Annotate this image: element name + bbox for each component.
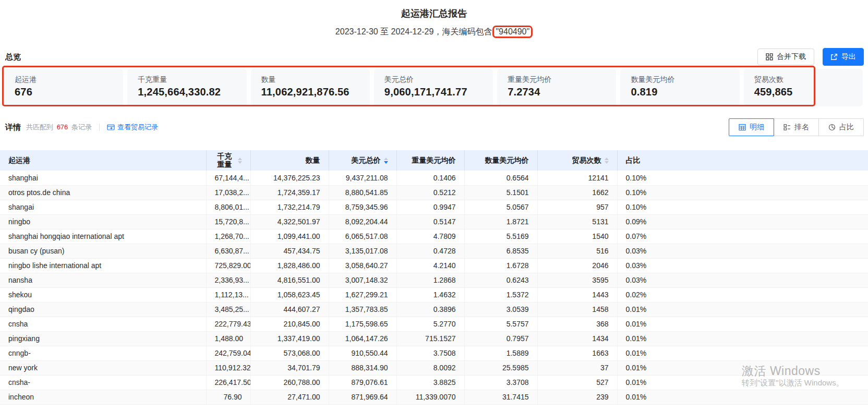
header-weight_kg-inner: 千克重量 <box>207 152 250 168</box>
cell-usd_total: 6,065,517.08 <box>329 229 396 244</box>
detail-table: 起运港千克重量数量美元总价重量美元均价数量美元均价贸易次数占比 shanghai… <box>0 150 868 405</box>
summary-card: 千克重量1,245,664,330.82 <box>127 69 246 106</box>
cell-usd_total: 888,314.90 <box>329 360 396 375</box>
cell-quantity: 260,788.00 <box>250 375 329 390</box>
cell-port: pingxiang <box>0 331 206 346</box>
tab-rank[interactable]: 排名 <box>774 118 819 136</box>
sort-caret-down-icon <box>605 161 609 164</box>
cell-weight_kg: 242,759.04 <box>206 346 250 360</box>
cell-weight_kg: 725,829.00 <box>206 258 250 273</box>
table-row: shangai8,806,01...1,732,214.798,759,345.… <box>0 200 868 214</box>
cell-port: shanghai <box>0 171 206 185</box>
cell-trade_count: 1458 <box>537 302 617 317</box>
merge-cells-icon <box>766 53 773 61</box>
summary-card: 起运港676 <box>4 69 123 106</box>
cell-port: cnsha <box>0 317 206 331</box>
summary-card-value: 9,060,171,741.77 <box>384 86 483 98</box>
table-body: shanghai67,144,4...14,376,225.239,437,21… <box>0 171 868 404</box>
export-button[interactable]: 导出 <box>823 48 864 66</box>
header-usd_total[interactable]: 美元总价 <box>329 150 396 171</box>
cell-trade_count: 2046 <box>537 258 617 273</box>
summary-card-label: 贸易次数 <box>754 75 852 84</box>
cell-trade_count: 516 <box>537 244 617 258</box>
tab-share[interactable]: 占比 <box>818 118 864 136</box>
header-trade_count-label: 贸易次数 <box>572 156 601 165</box>
cell-avg_usd_per_qty: 31.7415 <box>464 390 537 404</box>
cell-weight_kg: 226,417.50 <box>206 375 250 390</box>
cell-trade_count: 239 <box>537 390 617 404</box>
cell-avg_usd_per_qty: 6.8535 <box>464 244 537 258</box>
cell-usd_total: 910,550.44 <box>329 346 396 360</box>
header-share-label: 占比 <box>626 156 641 165</box>
header-usd_total-inner: 美元总价 <box>329 156 396 165</box>
cell-usd_total: 9,437,211.08 <box>329 171 396 185</box>
cell-avg_usd_per_qty: 0.7957 <box>464 331 537 346</box>
header-avg_usd_per_qty-inner: 数量美元均价 <box>465 156 537 165</box>
matched-suffix: 条记录 <box>71 123 92 131</box>
cell-port: incheon <box>0 390 206 404</box>
windows-activation-watermark-line2: 转到"设置"以激活 Windows。 <box>742 378 844 388</box>
cell-quantity: 210,845.00 <box>250 317 329 331</box>
summary-card: 数量美元均价0.819 <box>620 69 739 106</box>
cell-avg_usd_per_weight: 0.9947 <box>396 200 464 214</box>
windows-activation-watermark-line1: 激活 Windows <box>742 363 821 379</box>
tab-rank-label: 排名 <box>794 123 809 132</box>
header-share: 占比 <box>617 150 868 171</box>
cell-trade_count: 1540 <box>537 229 617 244</box>
summary-card: 重量美元均价7.2734 <box>497 69 616 106</box>
header-quantity-inner: 数量 <box>251 156 329 165</box>
cell-avg_usd_per_weight: 4.7809 <box>396 229 464 244</box>
merge-download-button[interactable]: 合并下载 <box>757 49 814 65</box>
cell-share: 0.03% <box>617 273 868 287</box>
cell-trade_count: 527 <box>537 375 617 390</box>
cell-weight_kg: 76.90 <box>206 390 250 404</box>
summary-card-label: 美元总价 <box>384 75 483 84</box>
summary-card-label: 千克重量 <box>138 75 236 84</box>
summary-card-label: 重量美元均价 <box>508 75 606 84</box>
cell-quantity: 4,322,501.97 <box>250 214 329 229</box>
view-trade-records-label: 查看贸易记录 <box>117 123 158 132</box>
cell-avg_usd_per_weight: 715.1527 <box>396 331 464 346</box>
cell-port: ningbo lishe international apt <box>0 258 206 273</box>
cell-share: 0.03% <box>617 258 868 273</box>
table-row: qingdao3,485,25...444,607.271,357,783.85… <box>0 302 868 317</box>
annotation-box-hscode: "940490" <box>492 26 533 38</box>
header-weight_kg[interactable]: 千克重量 <box>206 150 250 171</box>
cell-trade_count: 1662 <box>537 185 617 200</box>
cell-avg_usd_per_weight: 0.5212 <box>396 185 464 200</box>
table-row: otros ptos.de china17,038,2...1,724,359.… <box>0 185 868 200</box>
cell-avg_usd_per_qty: 5.1501 <box>464 185 537 200</box>
merge-download-label: 合并下载 <box>777 52 806 62</box>
table-row: cnngb-242,759.04573,068.00910,550.443.75… <box>0 346 868 360</box>
cell-weight_kg: 3,485,25... <box>206 302 250 317</box>
cell-avg_usd_per_qty: 0.6243 <box>464 273 537 287</box>
cell-usd_total: 8,880,541.85 <box>329 185 396 200</box>
header-avg_usd_per_weight-inner: 重量美元均价 <box>397 156 464 165</box>
tab-detail[interactable]: 明细 <box>729 118 774 136</box>
cell-avg_usd_per_qty: 1.8721 <box>464 214 537 229</box>
summary-card: 数量11,062,921,876.56 <box>251 69 370 106</box>
cell-avg_usd_per_weight: 0.1406 <box>396 171 464 185</box>
overview-bar: 总览 合并下载 导出 <box>5 48 864 66</box>
cell-avg_usd_per_qty: 5.5757 <box>464 317 537 331</box>
summary-card-value: 1,245,664,330.82 <box>138 86 236 98</box>
table-row: ningbo15,720,8...4,322,501.978,092,204.4… <box>0 214 868 229</box>
cell-avg_usd_per_weight: 0.5147 <box>396 214 464 229</box>
table-row: incheon76.9027,471.00871,969.6411,339.00… <box>0 390 868 404</box>
rank-icon <box>783 124 791 131</box>
cell-weight_kg: 1,268,70... <box>206 229 250 244</box>
cell-avg_usd_per_qty: 5.0567 <box>464 200 537 214</box>
cell-quantity: 27,471.00 <box>250 390 329 404</box>
header-trade_count[interactable]: 贸易次数 <box>537 150 617 171</box>
view-trade-records-link[interactable]: 查看贸易记录 <box>107 123 158 132</box>
detail-section-label: 详情 <box>5 123 21 132</box>
table-row: shanghai67,144,4...14,376,225.239,437,21… <box>0 171 868 185</box>
cell-quantity: 444,607.27 <box>250 302 329 317</box>
table-header-row: 起运港千克重量数量美元总价重量美元均价数量美元均价贸易次数占比 <box>0 150 868 171</box>
cell-quantity: 34,701.79 <box>250 360 329 375</box>
cell-avg_usd_per_qty: 25.5985 <box>464 360 537 375</box>
cell-trade_count: 5131 <box>537 214 617 229</box>
cell-avg_usd_per_weight: 0.3896 <box>396 302 464 317</box>
cell-avg_usd_per_weight: 3.8825 <box>396 375 464 390</box>
cell-share: 0.03% <box>617 244 868 258</box>
